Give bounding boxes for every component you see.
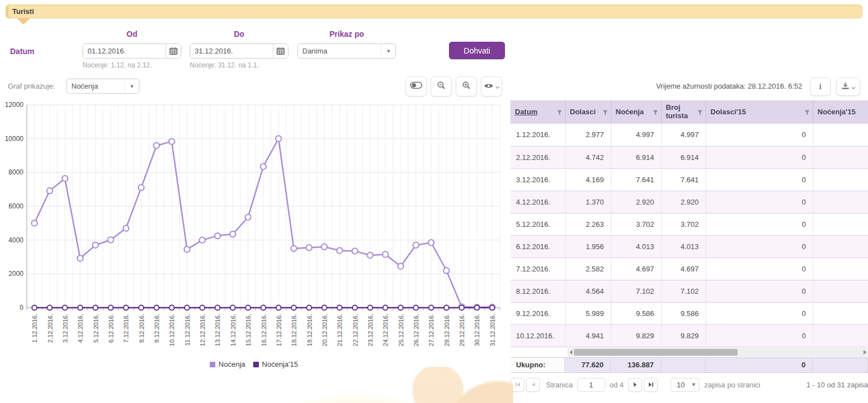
svg-text:23.12.2016.: 23.12.2016. [367,314,374,346]
pagination-bar: Stranica od 4 10 ▼ zapisa po stranici 1 … [510,378,868,392]
chevron-down-icon: ▼ [124,79,139,93]
column-header[interactable]: Dolasci'15 [706,100,813,124]
totals-value: 136.887 [611,358,661,372]
filter-icon[interactable] [602,109,608,118]
svg-text:1.12.2016.: 1.12.2016. [31,314,38,343]
page-size-value: 10 [671,381,688,389]
zoom-in-button[interactable] [456,76,477,96]
scroll-left-icon[interactable] [567,350,574,355]
svg-text:18.12.2016.: 18.12.2016. [291,314,297,346]
column-header[interactable]: Noćenja [611,100,661,124]
svg-text:12000: 12000 [5,101,24,109]
download-icon [841,82,850,92]
graf-prikazuje-select[interactable]: Noćenja ▼ [66,79,139,94]
line-chart[interactable]: 0200040006000800010000120001.12.2016.2.1… [0,100,508,358]
turisti-tab[interactable]: Turisti [6,4,862,18]
table-row[interactable]: 7.12.2016.2.5824.6974.6970 [510,258,868,280]
table-row[interactable]: 4.12.2016.1.3702.9202.9200 [510,191,868,213]
svg-text:15.12.2016.: 15.12.2016. [245,314,252,346]
date-to-note: Noćenje: 31.12. na 1.1. [190,61,259,69]
date-to-field [190,43,288,59]
svg-text:2.12.2016.: 2.12.2016. [47,314,54,343]
svg-text:10.12.2016.: 10.12.2016. [168,314,175,346]
svg-text:12.12.2016.: 12.12.2016. [199,314,206,346]
svg-text:13.12.2016.: 13.12.2016. [214,314,221,346]
table-body: 1.12.2016.2.9774.9974.99702.12.2016.4.74… [510,124,868,347]
svg-text:5.12.2016.: 5.12.2016. [93,314,99,343]
graf-prikazuje-value: Noćenja [67,82,124,90]
svg-text:17.12.2016.: 17.12.2016. [276,314,282,346]
footer-decoration [279,367,513,403]
column-header[interactable]: Broj turista [661,100,706,124]
zoom-out-icon [437,81,446,92]
filter-icon[interactable] [697,109,703,118]
svg-text:4000: 4000 [8,236,23,244]
info-button[interactable]: i [810,77,831,96]
calendar-icon[interactable] [166,44,181,58]
column-header[interactable]: Noćenja'15 [813,100,868,124]
svg-text:3.12.2016.: 3.12.2016. [62,314,69,343]
graf-prikazuje-label: Graf prikazuje: [8,82,55,90]
svg-text:25.12.2016.: 25.12.2016. [398,314,404,346]
tab-label: Turisti [12,7,34,16]
svg-text:2000: 2000 [8,270,23,278]
previous-page-button[interactable] [526,378,540,392]
column-header[interactable]: Dolasci [565,100,611,124]
totals-value [661,358,706,372]
next-page-button[interactable] [628,378,642,392]
filter-icon[interactable] [557,109,562,118]
chevron-down-icon [495,81,500,91]
table-row[interactable]: 5.12.2016.2.2633.7023.7020 [510,213,868,235]
page-label: Stranica [546,381,573,389]
table-row[interactable]: 3.12.2016.4.1697.6417.6410 [510,168,868,191]
toggle-button[interactable] [406,76,427,96]
legend-label: Noćenja'15 [262,360,298,368]
scrollbar-thumb[interactable] [574,349,737,356]
svg-text:22.12.2016.: 22.12.2016. [352,314,359,346]
svg-text:27.12.2016.: 27.12.2016. [428,314,435,346]
records-range-label: 1 - 10 od 31 zapisa [806,381,868,389]
export-dropdown-button[interactable] [836,77,860,96]
totals-value: 0 [706,358,813,372]
filter-icon[interactable] [804,109,810,118]
svg-text:6000: 6000 [8,202,23,210]
chart-legend: NoćenjaNoćenja'15 [0,360,508,368]
first-page-button[interactable] [510,378,524,392]
calendar-icon[interactable] [273,44,288,58]
svg-text:8.12.2016.: 8.12.2016. [138,314,145,343]
filter-icon[interactable] [653,109,658,118]
svg-text:31.12.2016.: 31.12.2016. [489,314,496,346]
table-row[interactable]: 1.12.2016.2.9774.9974.9970 [510,124,868,146]
last-page-button[interactable] [644,378,658,392]
table-row[interactable]: 9.12.2016.5.9899.5869.5860 [510,302,868,324]
zoom-out-button[interactable] [431,76,452,96]
totals-label: Ukupno: [510,358,565,372]
prikaz-po-label: Prikaz po [297,30,396,38]
data-table-panel: DatumDolasciNoćenjaBroj turistaDolasci'1… [510,100,868,392]
table-row[interactable]: 2.12.2016.4.7426.9146.9140 [510,146,868,168]
prikaz-po-select[interactable]: Danima ▼ [297,43,396,59]
page-size-select[interactable]: 10 ▼ [671,378,700,392]
totals-value: 77.620 [565,358,611,372]
date-to-input[interactable] [190,44,273,58]
horizontal-scrollbar[interactable] [567,348,868,357]
svg-text:24.12.2016.: 24.12.2016. [382,314,389,346]
info-icon: i [819,82,822,91]
column-header[interactable]: Datum [510,100,565,124]
table-row[interactable]: 6.12.2016.1.9564.0134.0130 [510,235,868,258]
legend-item[interactable]: Noćenja'15 [253,360,298,368]
dohvati-button[interactable]: Dohvati [449,42,505,59]
date-from-field [83,43,181,59]
page-number-input[interactable] [577,378,605,392]
svg-text:26.12.2016.: 26.12.2016. [413,314,419,346]
tab-pointer [17,18,30,25]
table-row[interactable]: 10.12.2016.4.9419.8299.8290 [510,324,868,347]
eye-icon [484,81,494,91]
chevron-down-icon: ▼ [381,44,396,58]
scroll-right-icon[interactable] [861,350,868,355]
chevron-down-icon: ▼ [688,382,699,387]
visibility-dropdown-button[interactable] [481,76,502,96]
legend-item[interactable]: Noćenja [210,360,245,368]
date-from-input[interactable] [83,44,166,58]
table-row[interactable]: 8.12.2016.4.5647.1027.1020 [510,280,868,302]
